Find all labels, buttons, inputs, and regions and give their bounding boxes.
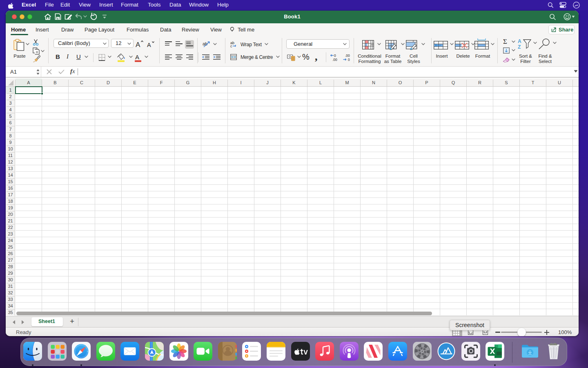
svg-text:Z: Z [518, 44, 521, 49]
svg-text:.00: .00 [332, 58, 337, 61]
svg-text:A: A [147, 42, 151, 48]
svg-text:0: 0 [348, 58, 350, 61]
svg-text:0: 0 [334, 54, 336, 58]
svg-text:.00: .00 [345, 54, 350, 58]
svg-text:c: c [230, 44, 232, 48]
svg-text:A: A [136, 41, 140, 48]
svg-text:A: A [518, 39, 521, 44]
svg-text:A: A [135, 54, 139, 61]
